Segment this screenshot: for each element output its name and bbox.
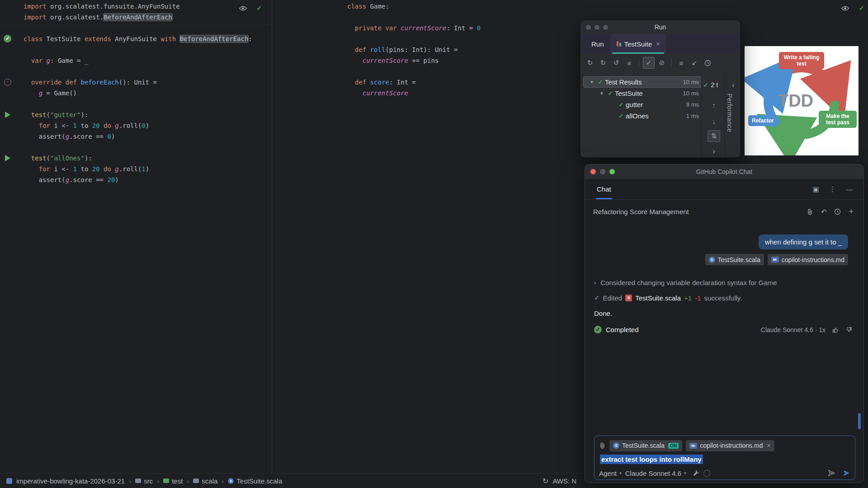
- run-test-gutter-icon[interactable]: [5, 112, 10, 118]
- close-window-button[interactable]: [590, 169, 596, 174]
- close-tab-icon[interactable]: ×: [656, 40, 660, 47]
- run-test-gutter-icon[interactable]: [5, 155, 10, 161]
- stop-icon[interactable]: ■: [623, 57, 635, 69]
- code-line[interactable]: [24, 66, 252, 77]
- run-tab-run[interactable]: Run: [585, 34, 610, 54]
- tests-passed-gutter-icon[interactable]: ✓: [4, 35, 11, 42]
- code-line[interactable]: test("gutter"):: [24, 109, 252, 120]
- context-chip[interactable]: STestSuite.scala: [705, 254, 764, 265]
- chevron-down-icon[interactable]: ▾: [588, 79, 596, 85]
- inspections-ok-icon[interactable]: ✓: [256, 4, 262, 12]
- reader-mode-eye-icon[interactable]: [239, 5, 247, 11]
- thought-disclosure[interactable]: › Considered changing variable declarati…: [594, 279, 859, 286]
- kebab-menu-icon[interactable]: ⋮: [829, 185, 836, 193]
- toggle-auto-test-icon[interactable]: ↺: [610, 57, 622, 69]
- code-area-testsuite[interactable]: import org.scalatest.funsuite.AnyFunSuit…: [24, 1, 252, 185]
- code-line[interactable]: test("allOnes"):: [24, 153, 252, 164]
- scrollbar-thumb[interactable]: [858, 413, 861, 429]
- code-line[interactable]: class Game:: [347, 1, 481, 12]
- code-line[interactable]: def score: Int =: [347, 77, 481, 88]
- code-line[interactable]: [347, 12, 481, 23]
- sort-by-duration-icon[interactable]: ⇅: [708, 130, 720, 142]
- attach-icon[interactable]: [599, 442, 606, 449]
- aws-status-text[interactable]: AWS: N: [552, 477, 576, 485]
- send-icon[interactable]: [843, 469, 850, 477]
- navigate-previous-icon[interactable]: ↑: [708, 99, 720, 111]
- status-circle-icon[interactable]: [703, 470, 710, 477]
- thumbs-up-icon[interactable]: [832, 326, 839, 333]
- code-line[interactable]: [347, 66, 481, 77]
- code-line[interactable]: assert(g.score == 0): [24, 131, 252, 142]
- code-line[interactable]: [24, 142, 252, 153]
- override-marker-icon[interactable]: ↑: [4, 79, 11, 86]
- history-icon[interactable]: [834, 208, 841, 215]
- mode-dropdown[interactable]: Agent ▾: [599, 469, 622, 477]
- close-window-button[interactable]: [586, 25, 591, 30]
- code-line[interactable]: for i <- 1 to 20 do g.roll(1): [24, 164, 252, 174]
- test-tree-row[interactable]: ✓allOnes1 ms: [583, 110, 702, 122]
- expand-panel-icon[interactable]: ›: [708, 145, 720, 157]
- toggle-panel-icon[interactable]: ▣: [813, 185, 819, 193]
- sync-icon[interactable]: ↻: [542, 477, 548, 485]
- minimize-window-button[interactable]: [594, 25, 599, 30]
- sort-alpha-icon[interactable]: ≡: [675, 57, 687, 69]
- chat-input-text[interactable]: extract test loops into rollMany: [600, 455, 703, 464]
- attach-icon[interactable]: [807, 208, 813, 216]
- code-line[interactable]: [24, 23, 252, 33]
- input-text-row[interactable]: extract test loops into rollMany: [599, 453, 850, 465]
- test-tree-row[interactable]: ✓gutter9 ms: [583, 99, 702, 110]
- undo-icon[interactable]: ↶: [821, 208, 827, 216]
- inspections-ok-icon[interactable]: ✓: [859, 4, 864, 12]
- context-chip[interactable]: M↓copilot-instructions.md: [768, 254, 848, 265]
- chevron-down-icon[interactable]: ▾: [598, 90, 606, 96]
- editor-pane-testsuite[interactable]: ✓↑ import org.scalatest.funsuite.AnyFunS…: [0, 0, 272, 473]
- run-tab-testsuite[interactable]: TestSuite×: [610, 34, 666, 54]
- code-line[interactable]: var g: Game = _: [24, 55, 252, 66]
- model-dropdown[interactable]: Claude Sonnet 4.6 ▾: [625, 469, 686, 477]
- code-line[interactable]: import org.scalatest.BeforeAndAfterEach: [24, 12, 252, 23]
- show-passed-icon[interactable]: ✓: [643, 57, 655, 69]
- reader-mode-eye-icon[interactable]: [841, 5, 849, 11]
- rerun-failed-icon[interactable]: ↻: [597, 57, 609, 69]
- breadcrumb-item[interactable]: test: [163, 477, 183, 485]
- code-line[interactable]: g = Game(): [24, 88, 252, 99]
- performance-side-tab[interactable]: Performance: [726, 94, 733, 132]
- history-icon[interactable]: [702, 57, 713, 69]
- context-chip[interactable]: STestSuite.scalaON: [609, 440, 682, 451]
- breadcrumb-project[interactable]: imperative-bowling-kata-2026-03-21: [16, 477, 125, 485]
- context-chip[interactable]: M↓copilot-instructions.md×: [686, 440, 774, 451]
- tools-icon[interactable]: [693, 469, 700, 477]
- breadcrumb-item[interactable]: src: [135, 477, 153, 485]
- code-line[interactable]: currentScore += pins: [347, 55, 481, 66]
- code-line[interactable]: override def beforeEach(): Unit =: [24, 77, 252, 88]
- zoom-window-button[interactable]: [609, 169, 615, 174]
- minimize-window-button[interactable]: [600, 169, 605, 174]
- code-line[interactable]: import org.scalatest.funsuite.AnyFunSuit…: [24, 1, 252, 12]
- edited-file-link[interactable]: TestSuite.scala: [635, 294, 681, 302]
- minimize-panel-icon[interactable]: —: [846, 185, 853, 193]
- code-line[interactable]: [347, 33, 481, 44]
- new-chat-icon[interactable]: +: [849, 207, 854, 216]
- tab-chat[interactable]: Chat: [596, 179, 612, 199]
- rerun-icon[interactable]: ↻: [584, 57, 596, 69]
- zoom-window-button[interactable]: [603, 25, 608, 30]
- code-line[interactable]: class TestSuite extends AnyFunSuite with…: [24, 33, 252, 44]
- remove-chip-icon[interactable]: ×: [767, 442, 770, 449]
- breadcrumb-item[interactable]: scala: [193, 477, 217, 485]
- breadcrumb-item[interactable]: STestSuite.scala: [228, 477, 282, 485]
- test-tree-row[interactable]: ▾✓TestSuite10 ms: [583, 88, 702, 99]
- navigate-to-icon[interactable]: ↙: [689, 57, 700, 69]
- code-line[interactable]: private var currentScore: Int = 0: [347, 23, 481, 33]
- send-options-icon[interactable]: [828, 469, 835, 477]
- thumbs-down-icon[interactable]: [845, 326, 853, 333]
- code-line[interactable]: currentScore: [347, 88, 481, 99]
- code-line[interactable]: assert(g.score == 20): [24, 174, 252, 185]
- navigate-next-icon[interactable]: ↓: [708, 115, 720, 127]
- code-line[interactable]: def roll(pins: Int): Unit =: [347, 44, 481, 55]
- code-line[interactable]: [24, 44, 252, 55]
- code-area-game[interactable]: class Game: private var currentScore: In…: [347, 1, 481, 99]
- test-tree-row[interactable]: ▾✓Test Results10 ms: [583, 76, 702, 88]
- show-ignored-icon[interactable]: ⊘: [656, 57, 668, 69]
- code-line[interactable]: [24, 99, 252, 109]
- code-line[interactable]: for i <- 1 to 20 do g.roll(0): [24, 120, 252, 131]
